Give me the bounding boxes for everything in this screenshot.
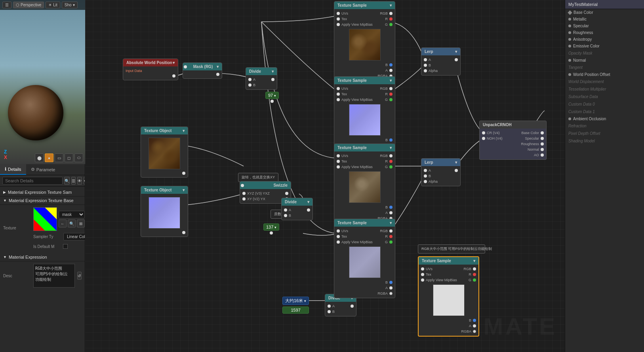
- dropdown-to1[interactable]: ▾: [183, 129, 185, 133]
- node-lerp-bottom[interactable]: Lerp ▾ A B Alpha: [421, 158, 461, 186]
- texture-select[interactable]: mask: [59, 211, 85, 218]
- node-absolute-world-position[interactable]: Absolute World Position ▾ Input Data: [123, 59, 178, 80]
- lerp-bottom-dropdown[interactable]: ▾: [455, 160, 457, 165]
- mask-output-pin[interactable]: [216, 73, 219, 76]
- ts-sel-g-pin[interactable]: [473, 278, 476, 282]
- ts1-tex-pin[interactable]: [337, 17, 340, 21]
- rp-emissive-pin[interactable]: [568, 45, 571, 47]
- divide-bot-a-pin[interactable]: [328, 305, 331, 308]
- dropdown-mask[interactable]: ▾: [217, 64, 219, 69]
- node-divide-mid[interactable]: Divide ▾ A B: [281, 198, 313, 220]
- ts-sel-uvs-pin[interactable]: [421, 267, 424, 271]
- tab-parameters[interactable]: ⚙ Paramete: [26, 164, 60, 175]
- ts3-tex-pin[interactable]: [337, 160, 340, 163]
- node-texture-sample-3[interactable]: Texture Sample ▾ UVs RGB Tex R Apply Vie…: [334, 144, 395, 223]
- swizzle-xyz-pin[interactable]: [242, 192, 246, 195]
- ts2-b-pin[interactable]: [389, 138, 392, 142]
- unpack-noh-pin[interactable]: [482, 137, 485, 140]
- lerp-top-out[interactable]: [455, 58, 458, 61]
- rp-anisotropy-pin[interactable]: [568, 38, 571, 41]
- ts1-dropdown[interactable]: ▾: [390, 3, 392, 8]
- ts3-a-pin[interactable]: [389, 211, 392, 214]
- show-button[interactable]: Sho ▾: [62, 2, 78, 8]
- lerp-top-alpha-pin[interactable]: [424, 69, 427, 72]
- section-texture-sample[interactable]: ▶ Material Expression Texture Sam: [0, 188, 85, 197]
- ts4-rgb-pin[interactable]: [389, 229, 392, 233]
- desc-reset[interactable]: ↺: [77, 272, 82, 280]
- num-97-pin[interactable]: [271, 100, 274, 103]
- ts3-g-pin[interactable]: [389, 165, 392, 168]
- swizzle-out1[interactable]: [285, 192, 288, 195]
- divide-mid-out[interactable]: [307, 208, 310, 212]
- ts-sel-rgba-pin[interactable]: [473, 330, 476, 333]
- to2-output-pin[interactable]: [182, 231, 185, 234]
- eye-button[interactable]: 👁: [77, 177, 82, 185]
- texture-preview[interactable]: [33, 207, 57, 231]
- ts4-uvs-pin[interactable]: [337, 229, 340, 233]
- ts4-dropdown[interactable]: ▾: [390, 221, 392, 225]
- cylinder-button[interactable]: ⬭: [74, 153, 83, 162]
- dropdown-to2[interactable]: ▾: [183, 188, 185, 192]
- unpack-cr-pin[interactable]: [482, 131, 485, 134]
- is-default-checkbox[interactable]: [63, 244, 68, 249]
- value-node-137[interactable]: 137 ▾: [263, 223, 279, 235]
- unpack-specular-out[interactable]: [541, 137, 544, 140]
- node-unpack-crnoh[interactable]: UnpackCRNOH CR (V4) Base Color NOH (V4) …: [479, 121, 547, 160]
- ts4-b-pin[interactable]: [389, 281, 392, 284]
- node-texture-object-2[interactable]: Texture Object ▾: [141, 186, 188, 237]
- ts1-r-pin[interactable]: [389, 17, 392, 21]
- main-canvas[interactable]: Absolute World Position ▾ Input Data Mas…: [85, 0, 565, 352]
- node-divide-top[interactable]: Divide ▾ A B: [246, 67, 277, 90]
- material-ball-button[interactable]: ●: [45, 153, 53, 162]
- unpack-roughness-out[interactable]: [541, 142, 544, 146]
- ts4-r-pin[interactable]: [389, 235, 392, 238]
- node-mask-rg[interactable]: Mask (RG) ▾: [183, 62, 222, 79]
- ts4-rgba-pin[interactable]: [389, 292, 392, 295]
- tab-details[interactable]: ℹ Details: [0, 164, 26, 175]
- value-node-16m[interactable]: 大约16米 ▾ 1597: [282, 297, 309, 314]
- lerp-bot-b-pin[interactable]: [424, 174, 427, 178]
- node-texture-sample-selected[interactable]: Texture Sample ▾ UVs RGB Tex R Apply Vie…: [418, 256, 479, 337]
- perspective-button[interactable]: ⬡ Perspective: [13, 2, 44, 8]
- node-texture-object-1[interactable]: Texture Object ▾: [141, 127, 188, 178]
- lerp-top-a-pin[interactable]: [424, 58, 427, 61]
- ts-sel-tex-pin[interactable]: [421, 273, 424, 276]
- rp-specular-pin[interactable]: [568, 25, 571, 27]
- search-input[interactable]: [2, 177, 63, 185]
- ts2-tex-pin[interactable]: [337, 93, 340, 96]
- lerp-bot-out[interactable]: [455, 169, 458, 172]
- ts2-rgb-pin[interactable]: [389, 87, 392, 90]
- unpack-ao-out[interactable]: [541, 153, 544, 157]
- ts2-mip-pin[interactable]: [337, 98, 340, 101]
- rp-world-pos-pin[interactable]: [568, 73, 571, 76]
- list-view-button[interactable]: ☰: [71, 177, 76, 185]
- viewport-menu-button[interactable]: ☰: [2, 2, 11, 8]
- section-texture-base[interactable]: ▼ Material Expression Texture Base: [0, 197, 85, 205]
- input-pin-mask[interactable]: [184, 65, 187, 68]
- ts2-r-pin[interactable]: [389, 93, 392, 96]
- ts2-g-pin[interactable]: [389, 98, 392, 101]
- ts4-a-pin[interactable]: [389, 286, 392, 290]
- num-97-dropdown[interactable]: ▾: [274, 94, 276, 98]
- divide-bot-b-pin[interactable]: [328, 310, 331, 313]
- output-pin-dot[interactable]: [172, 74, 175, 78]
- ts1-b-pin[interactable]: [389, 63, 392, 66]
- lerp-top-dropdown[interactable]: ▾: [455, 49, 457, 54]
- desc-textarea[interactable]: RGB大中小范围 可用PS中的绘制云 功能绘制: [33, 264, 75, 288]
- sampler-type-select[interactable]: Linear Color: [63, 233, 85, 240]
- lit-button[interactable]: ☀ Lit: [46, 2, 60, 8]
- rp-metallic-pin[interactable]: [568, 18, 571, 21]
- ts4-mip-pin[interactable]: [337, 240, 340, 244]
- ts3-r-pin[interactable]: [389, 160, 392, 163]
- ts4-tex-pin[interactable]: [337, 235, 340, 238]
- section-material-expression[interactable]: ▼ Material Expression: [0, 253, 85, 261]
- pin-b-in[interactable]: [248, 83, 252, 87]
- to1-output-pin[interactable]: [182, 172, 185, 175]
- ts-sel-r-pin[interactable]: [473, 273, 476, 276]
- ts3-b-pin[interactable]: [389, 206, 392, 209]
- node-texture-sample-1[interactable]: Texture Sample ▾ UVs RGB Tex R Apply Vie…: [334, 1, 395, 81]
- node-texture-sample-4[interactable]: Texture Sample ▾ UVs RGB Tex R Apply Vie…: [334, 219, 395, 298]
- cube-button[interactable]: ◻: [65, 153, 73, 162]
- ts1-rgb-pin[interactable]: [389, 12, 392, 15]
- ts3-dropdown[interactable]: ▾: [390, 146, 392, 150]
